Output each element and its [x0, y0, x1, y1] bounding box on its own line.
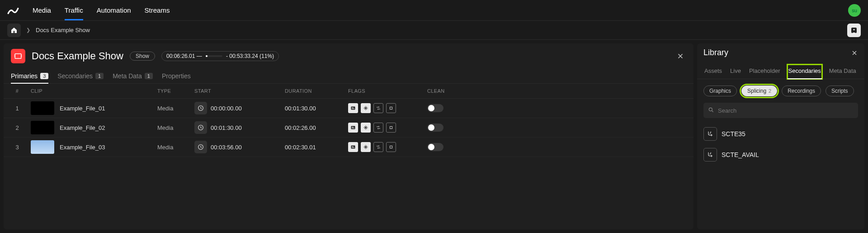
search-input[interactable]	[703, 103, 858, 118]
col-flags: FLAGS	[348, 88, 427, 94]
clip-thumbnail	[31, 101, 54, 115]
chip-recordings[interactable]: Recordings	[782, 86, 821, 96]
flags-cell	[348, 103, 427, 113]
svg-rect-15	[390, 127, 392, 129]
library-tab-meta-data[interactable]: Meta Data	[828, 65, 857, 79]
svg-rect-10	[390, 107, 392, 109]
table-header: # CLIP TYPE START DURATION FLAGS CLEAN	[4, 84, 693, 99]
main-header: Docs Example Show Show 00:06:26.01 — - 0…	[4, 43, 693, 69]
clip-name: Example_File_02	[60, 124, 105, 131]
tab-secondaries[interactable]: Secondaries 1	[57, 69, 104, 83]
svg-rect-7	[351, 107, 355, 110]
flag-stop-icon[interactable]	[386, 123, 396, 133]
table-row[interactable]: 3Example_File_03Media00:03:56.0000:02:30…	[4, 138, 693, 157]
svg-rect-12	[351, 126, 355, 129]
splice-icon	[703, 127, 717, 141]
chip-splicing[interactable]: Splicing 2	[741, 86, 777, 96]
col-duration: DURATION	[285, 88, 348, 94]
chip-label: Splicing	[747, 88, 766, 94]
nav-automation[interactable]: Automation	[97, 1, 131, 19]
clean-cell	[427, 124, 504, 132]
library-item-label: SCTE_AVAIL	[722, 151, 759, 158]
flags-cell	[348, 142, 427, 152]
close-main-button[interactable]	[675, 50, 686, 62]
tab-metadata[interactable]: Meta Data 1	[113, 69, 153, 83]
tab-properties[interactable]: Properties	[162, 69, 191, 83]
col-clip: CLIP	[31, 88, 157, 94]
tab-label: Properties	[162, 72, 191, 80]
app-logo[interactable]	[7, 5, 19, 16]
library-item[interactable]: SCTE35	[703, 124, 858, 144]
clock-icon[interactable]	[194, 121, 207, 134]
start-cell: 00:01:30.00	[194, 121, 285, 134]
chip-label: Recordings	[788, 88, 815, 94]
col-type: TYPE	[157, 88, 194, 94]
flag-stop-icon[interactable]	[386, 142, 396, 152]
library-toggle-button[interactable]	[847, 24, 861, 37]
clip-thumbnail	[31, 121, 54, 134]
library-item[interactable]: SCTE_AVAIL	[703, 144, 858, 165]
svg-rect-5	[21, 56, 22, 57]
clip-name: Example_File_01	[60, 105, 105, 112]
start-time: 00:03:56.00	[211, 144, 242, 151]
table-row[interactable]: 2Example_File_02Media00:01:30.0000:02:26…	[4, 118, 693, 138]
flag-snowflake-icon[interactable]	[361, 142, 371, 152]
chip-count: 2	[769, 88, 771, 94]
clip-cell: Example_File_01	[31, 101, 157, 115]
svg-rect-18	[352, 147, 354, 147]
show-icon	[11, 49, 25, 63]
user-avatar[interactable]: su	[848, 4, 861, 17]
show-type-pill[interactable]: Show	[130, 52, 155, 61]
clean-toggle[interactable]	[427, 104, 443, 112]
clean-toggle[interactable]	[427, 124, 443, 132]
tab-label: Primaries	[11, 72, 38, 80]
svg-rect-3	[14, 56, 15, 57]
chip-label: Scripts	[831, 88, 848, 94]
start-time: 00:01:30.00	[211, 124, 242, 131]
flag-loop-icon[interactable]	[373, 123, 383, 133]
library-tab-placeholder[interactable]: Placeholder	[748, 65, 781, 79]
duration-cell: 00:01:30.00	[285, 105, 348, 112]
col-index: #	[4, 88, 31, 94]
page-title: Docs Example Show	[32, 50, 123, 62]
nav-traffic[interactable]: Traffic	[65, 1, 83, 19]
table-body: 1Example_File_01Media00:00:00.0000:01:30…	[4, 99, 693, 157]
flag-subtitle-icon[interactable]	[348, 123, 358, 133]
flag-subtitle-icon[interactable]	[348, 103, 358, 113]
home-button[interactable]	[7, 24, 21, 37]
timeline-bar[interactable]: 00:06:26.01 — - 00:53:33.24 (11%)	[161, 51, 279, 61]
flag-subtitle-icon[interactable]	[348, 142, 358, 152]
chip-scripts[interactable]: Scripts	[826, 86, 854, 96]
chevron-right-icon: ❯	[26, 27, 30, 33]
main-panel: Docs Example Show Show 00:06:26.01 — - 0…	[4, 43, 693, 229]
clock-icon[interactable]	[194, 141, 207, 153]
clean-toggle[interactable]	[427, 143, 443, 151]
flag-snowflake-icon[interactable]	[361, 103, 371, 113]
flag-snowflake-icon[interactable]	[361, 123, 371, 133]
svg-point-0	[854, 29, 855, 30]
search-icon	[708, 107, 714, 113]
library-tab-live[interactable]: Live	[729, 65, 742, 79]
nav-media[interactable]: Media	[33, 1, 51, 19]
progress-fill	[206, 55, 208, 57]
tab-primaries[interactable]: Primaries 3	[11, 69, 48, 83]
nav-streams[interactable]: Streams	[145, 1, 170, 19]
flag-stop-icon[interactable]	[386, 103, 396, 113]
col-clean: CLEAN	[427, 88, 504, 94]
main-tabs: Primaries 3 Secondaries 1 Meta Data 1 Pr…	[4, 69, 693, 84]
svg-rect-19	[352, 147, 354, 148]
col-start: START	[194, 88, 285, 94]
close-library-button[interactable]	[851, 49, 858, 57]
chip-graphics[interactable]: Graphics	[703, 86, 737, 96]
library-tab-secondaries[interactable]: Secondaries	[788, 65, 822, 79]
start-cell: 00:03:56.00	[194, 141, 285, 153]
library-item-list: SCTE35SCTE_AVAIL	[697, 124, 864, 165]
table-row[interactable]: 1Example_File_01Media00:00:00.0000:01:30…	[4, 99, 693, 118]
clip-cell: Example_File_03	[31, 140, 157, 154]
flag-loop-icon[interactable]	[373, 103, 383, 113]
breadcrumb-item[interactable]: Docs Example Show	[36, 27, 90, 33]
library-tab-assets[interactable]: Assets	[703, 65, 723, 79]
progress-track	[206, 55, 222, 57]
clock-icon[interactable]	[194, 102, 207, 114]
flag-loop-icon[interactable]	[373, 142, 383, 152]
